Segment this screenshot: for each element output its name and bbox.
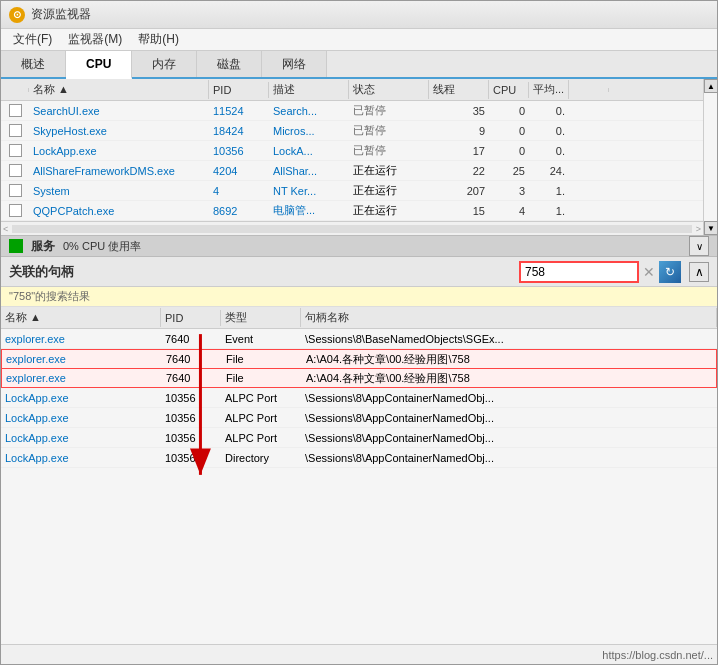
handle-name: LockApp.exe: [1, 411, 161, 425]
row-checkbox[interactable]: [1, 123, 29, 138]
row-name: System: [29, 184, 209, 198]
row-status: 正在运行: [349, 162, 429, 179]
handles-title: 关联的句柄: [9, 263, 74, 281]
tab-disk[interactable]: 磁盘: [197, 51, 262, 77]
handle-row-highlighted-1[interactable]: explorer.exe 7640 File A:\A04.各种文章\00.经验…: [1, 349, 717, 369]
handles-expand-button[interactable]: ∧: [689, 262, 709, 282]
col-threads[interactable]: 线程: [429, 80, 489, 99]
row-status: 正在运行: [349, 202, 429, 219]
row-checkbox[interactable]: [1, 143, 29, 158]
col-status[interactable]: 状态: [349, 80, 429, 99]
handle-row[interactable]: LockApp.exe 10356 ALPC Port \Sessions\8\…: [1, 428, 717, 448]
col-handle-handle[interactable]: 句柄名称: [301, 308, 717, 327]
row-desc: Search...: [269, 104, 349, 118]
row-pid: 4: [209, 184, 269, 198]
handle-pid: 10356: [161, 451, 221, 465]
handle-type: ALPC Port: [221, 391, 301, 405]
table-row[interactable]: QQPCPatch.exe 8692 电脑管... 正在运行 15 4 1.: [1, 201, 703, 221]
row-threads: 17: [429, 144, 489, 158]
col-pid[interactable]: PID: [209, 82, 269, 98]
scroll-up-btn[interactable]: ▲: [704, 79, 717, 93]
row-desc: Micros...: [269, 124, 349, 138]
handle-row[interactable]: LockApp.exe 10356 ALPC Port \Sessions\8\…: [1, 408, 717, 428]
row-status: 已暂停: [349, 122, 429, 139]
handle-row[interactable]: LockApp.exe 10356 ALPC Port \Sessions\8\…: [1, 388, 717, 408]
menu-help[interactable]: 帮助(H): [130, 29, 187, 50]
table-row[interactable]: System 4 NT Ker... 正在运行 207 3 1.: [1, 181, 703, 201]
col-handle-type[interactable]: 类型: [221, 308, 301, 327]
table-row[interactable]: SkypeHost.exe 18424 Micros... 已暂停 9 0 0.: [1, 121, 703, 141]
col-handle-pid[interactable]: PID: [161, 310, 221, 326]
row-checkbox[interactable]: [1, 103, 29, 118]
menu-bar: 文件(F) 监视器(M) 帮助(H): [1, 29, 717, 51]
handle-pid: 7640: [161, 332, 221, 346]
row-extra: [569, 110, 609, 112]
col-handle-name[interactable]: 名称 ▲: [1, 308, 161, 327]
col-avg-cpu[interactable]: 平均...: [529, 80, 569, 99]
row-desc: NT Ker...: [269, 184, 349, 198]
search-input[interactable]: [519, 261, 639, 283]
row-extra: [569, 130, 609, 132]
row-status: 正在运行: [349, 182, 429, 199]
handle-row-highlighted-2[interactable]: explorer.exe 7640 File A:\A04.各种文章\00.经验…: [1, 368, 717, 388]
row-threads: 9: [429, 124, 489, 138]
row-checkbox[interactable]: [1, 163, 29, 178]
table-row[interactable]: LockApp.exe 10356 LockA... 已暂停 17 0 0.: [1, 141, 703, 161]
row-checkbox[interactable]: [1, 183, 29, 198]
services-section-divider: 服务 0% CPU 使用率 ∨: [1, 235, 717, 257]
handle-pid: 10356: [161, 431, 221, 445]
handle-pid: 7640: [162, 371, 222, 385]
search-refresh-button[interactable]: ↻: [659, 261, 681, 283]
menu-monitor[interactable]: 监视器(M): [60, 29, 130, 50]
row-avg: 0.: [529, 124, 569, 138]
tab-memory[interactable]: 内存: [132, 51, 197, 77]
menu-file[interactable]: 文件(F): [5, 29, 60, 50]
row-avg: 0.: [529, 144, 569, 158]
handle-handle: \Sessions\8\AppContainerNamedObj...: [301, 451, 717, 465]
row-avg: 0.: [529, 104, 569, 118]
row-checkbox[interactable]: [1, 203, 29, 218]
col-extra: [569, 88, 609, 92]
cpu-indicator: [9, 239, 23, 253]
handle-type: File: [222, 371, 302, 385]
handle-row[interactable]: LockApp.exe 10356 Directory \Sessions\8\…: [1, 448, 717, 468]
services-expand-button[interactable]: ∨: [689, 236, 709, 256]
app-icon: ⊙: [9, 7, 25, 23]
row-extra: [569, 150, 609, 152]
table-row[interactable]: AllShareFrameworkDMS.exe 4204 AllShar...…: [1, 161, 703, 181]
handles-table-header: 名称 ▲ PID 类型 句柄名称: [1, 307, 717, 329]
handle-name: explorer.exe: [1, 332, 161, 346]
row-name: SearchUI.exe: [29, 104, 209, 118]
row-extra: [569, 190, 609, 192]
handle-pid: 10356: [161, 411, 221, 425]
search-clear-button[interactable]: ✕: [643, 264, 655, 280]
row-pid: 8692: [209, 204, 269, 218]
col-desc[interactable]: 描述: [269, 80, 349, 99]
row-status: 已暂停: [349, 102, 429, 119]
process-table-header: 名称 ▲ PID 描述 状态 线程 CPU 平均...: [1, 79, 703, 101]
handle-pid: 10356: [161, 391, 221, 405]
col-cpu[interactable]: CPU: [489, 82, 529, 98]
tab-overview[interactable]: 概述: [1, 51, 66, 77]
table-row[interactable]: SearchUI.exe 11524 Search... 已暂停 35 0 0.: [1, 101, 703, 121]
handle-type: File: [222, 352, 302, 366]
row-pid: 4204: [209, 164, 269, 178]
handles-header: 关联的句柄 ✕ ↻ ∧: [1, 257, 717, 287]
handle-row[interactable]: explorer.exe 7640 Event \Sessions\8\Base…: [1, 329, 717, 349]
horizontal-scrollbar[interactable]: < >: [1, 221, 703, 235]
row-name: AllShareFrameworkDMS.exe: [29, 164, 209, 178]
row-pid: 11524: [209, 104, 269, 118]
status-bar: https://blog.csdn.net/...: [1, 644, 717, 664]
tab-cpu[interactable]: CPU: [66, 51, 132, 79]
scroll-down-btn[interactable]: ▼: [704, 221, 717, 235]
handle-handle: \Sessions\8\BaseNamedObjects\SGEx...: [301, 332, 717, 346]
col-name[interactable]: 名称 ▲: [29, 80, 209, 99]
row-extra: [569, 170, 609, 172]
tab-network[interactable]: 网络: [262, 51, 327, 77]
handle-name: LockApp.exe: [1, 451, 161, 465]
handle-name: LockApp.exe: [1, 391, 161, 405]
scroll-track[interactable]: [704, 93, 717, 221]
status-url: https://blog.csdn.net/...: [602, 649, 713, 661]
process-table-scrollbar[interactable]: ▲ ▼: [703, 79, 717, 235]
handle-handle: \Sessions\8\AppContainerNamedObj...: [301, 411, 717, 425]
